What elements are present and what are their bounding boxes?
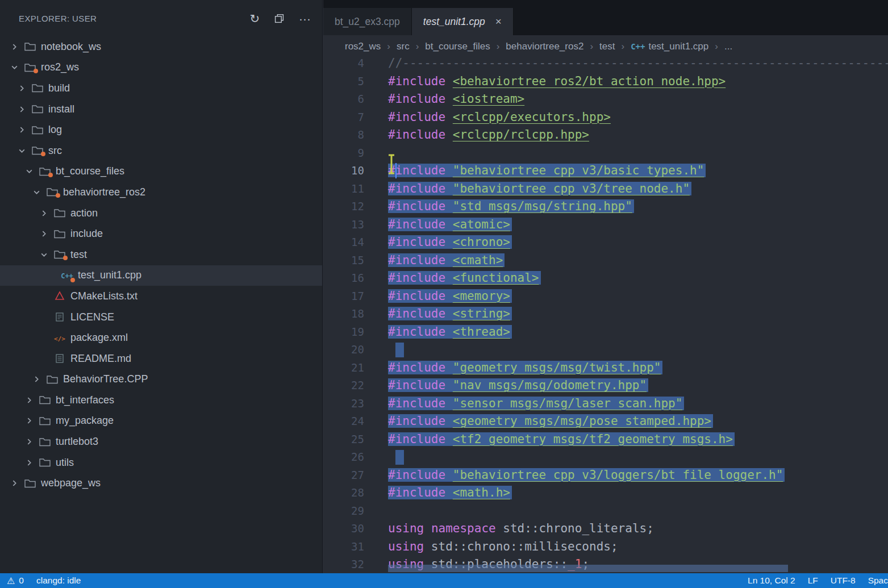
folder-icon bbox=[44, 375, 61, 384]
code-line-24[interactable]: 24#include <geometry_msgs/msg/pose_stamp… bbox=[323, 412, 888, 431]
chevron-right-icon[interactable] bbox=[36, 210, 51, 217]
tree-item-action[interactable]: action bbox=[0, 203, 322, 224]
chevron-right-icon[interactable] bbox=[22, 417, 36, 424]
code-line-27[interactable]: 27#include "behaviortree_cpp_v3/loggers/… bbox=[323, 466, 888, 485]
selection-highlight: #include <cmath> bbox=[388, 253, 505, 267]
breadcrumb-item-ros2_ws[interactable]: ros2_ws bbox=[345, 41, 381, 52]
collapse-folders-icon[interactable] bbox=[274, 14, 284, 23]
code-line-content: #include "std_msgs/msg/string.hpp" bbox=[388, 198, 634, 216]
code-line-12[interactable]: 12#include "std_msgs/msg/string.hpp" bbox=[323, 198, 888, 216]
tree-item-my_package[interactable]: my_package bbox=[0, 411, 322, 432]
cursor-position[interactable]: Ln 10, Col 2 bbox=[748, 576, 795, 586]
chevron-right-icon[interactable] bbox=[36, 230, 51, 237]
more-actions-icon[interactable]: ··· bbox=[299, 12, 311, 24]
chevron-right-icon[interactable] bbox=[7, 479, 22, 487]
code-line-17[interactable]: 17#include <memory> bbox=[323, 287, 888, 306]
language-server-status[interactable]: clangd: idle bbox=[36, 576, 81, 586]
code-line-6[interactable]: 6#include <iostream> bbox=[323, 90, 888, 109]
token: #include bbox=[388, 110, 453, 124]
code-line-content: using namespace std::chrono_literals; bbox=[388, 520, 654, 538]
svg-text:</>: </> bbox=[54, 335, 65, 342]
code-line-14[interactable]: 14#include <chrono> bbox=[323, 233, 888, 252]
tree-item-behaviortree_ros2[interactable]: behaviortree_ros2 bbox=[0, 182, 322, 203]
breadcrumb-overflow[interactable]: ... bbox=[724, 41, 732, 52]
problems-indicator[interactable]: ⚠ 0 bbox=[7, 576, 24, 586]
line-number: 23 bbox=[323, 395, 364, 413]
tree-item-log[interactable]: log bbox=[0, 119, 322, 140]
chevron-right-icon[interactable] bbox=[29, 376, 44, 383]
tree-item-ros2_ws[interactable]: ros2_ws bbox=[0, 57, 322, 78]
tree-item-test_unit1.cpp[interactable]: C++test_unit1.cpp bbox=[0, 265, 322, 286]
code-line-8[interactable]: 8#include <rclcpp/rclcpp.hpp> bbox=[323, 126, 888, 144]
code-line-7[interactable]: 7#include <rclcpp/executors.hpp> bbox=[323, 109, 888, 127]
eol-indicator[interactable]: LF bbox=[808, 576, 818, 586]
code-line-9[interactable]: 9 bbox=[323, 144, 888, 162]
code-line-15[interactable]: 15#include <cmath> bbox=[323, 252, 888, 270]
code-line-content bbox=[388, 448, 404, 466]
code-line-5[interactable]: 5#include <behaviortree_ros2/bt_action_n… bbox=[323, 73, 888, 91]
tree-item-notebook_ws[interactable]: notebook_ws bbox=[0, 36, 322, 57]
breadcrumb-item-src[interactable]: src bbox=[397, 41, 410, 52]
tab-test_unit1.cpp[interactable]: test_unit1.cpp× bbox=[412, 8, 514, 35]
tree-item-README.md[interactable]: README.md bbox=[0, 348, 322, 369]
chevron-right-icon[interactable] bbox=[14, 106, 29, 113]
breadcrumb-item-test[interactable]: test bbox=[599, 41, 615, 52]
chevron-right-icon[interactable] bbox=[14, 85, 29, 92]
tree-item-webpage_ws[interactable]: webpage_ws bbox=[0, 473, 322, 494]
tree-item-utils[interactable]: utils bbox=[0, 452, 322, 473]
code-line-21[interactable]: 21#include "geometry_msgs/msg/twist.hpp" bbox=[323, 359, 888, 377]
tab-bt_u2_ex3.cpp[interactable]: bt_u2_ex3.cpp bbox=[323, 8, 412, 35]
breadcrumb-item-bt_course_files[interactable]: bt_course_files bbox=[425, 41, 490, 52]
refresh-icon[interactable]: ↻ bbox=[249, 12, 260, 24]
tree-item-install[interactable]: install bbox=[0, 99, 322, 120]
code-line-26[interactable]: 26 bbox=[323, 448, 888, 466]
tree-item-CMakeLists.txt[interactable]: CMakeLists.txt bbox=[0, 286, 322, 307]
code-line-20[interactable]: 20 bbox=[323, 341, 888, 359]
code-line-22[interactable]: 22#include "nav_msgs/msg/odometry.hpp" bbox=[323, 377, 888, 395]
tree-item-build[interactable]: build bbox=[0, 78, 322, 99]
token: <rclcpp/rclcpp.hpp> bbox=[453, 128, 589, 141]
chevron-down-icon[interactable] bbox=[36, 251, 51, 258]
code-line-28[interactable]: 28#include <math.h> bbox=[323, 484, 888, 502]
breadcrumb-item-label: test bbox=[599, 41, 615, 52]
tree-item-bt_interfaces[interactable]: bt_interfaces bbox=[0, 390, 322, 411]
token: using bbox=[388, 540, 424, 553]
chevron-right-icon[interactable] bbox=[22, 397, 36, 404]
chevron-right-icon[interactable] bbox=[7, 43, 22, 51]
token: "geometry_msgs/msg/twist.hpp" bbox=[453, 361, 661, 374]
chevron-down-icon[interactable] bbox=[7, 64, 22, 71]
tree-item-src[interactable]: src bbox=[0, 140, 322, 161]
tree-item-LICENSE[interactable]: LICENSE bbox=[0, 307, 322, 328]
code-line-16[interactable]: 16#include <functional> bbox=[323, 269, 888, 287]
code-line-10[interactable]: 10#include "behaviortree_cpp_v3/basic_ty… bbox=[323, 162, 888, 180]
code-line-23[interactable]: 23#include "sensor_msgs/msg/laser_scan.h… bbox=[323, 395, 888, 413]
code-line-25[interactable]: 25#include <tf2_geometry_msgs/tf2_geomet… bbox=[323, 431, 888, 449]
code-line-31[interactable]: 31using std::chrono::milliseconds; bbox=[323, 538, 888, 556]
indentation-indicator[interactable]: Spac bbox=[868, 576, 888, 586]
tree-item-test[interactable]: test bbox=[0, 244, 322, 265]
horizontal-scrollbar[interactable] bbox=[388, 565, 788, 572]
close-icon[interactable]: × bbox=[495, 15, 502, 28]
code-line-11[interactable]: 11#include "behaviortree_cpp_v3/tree_nod… bbox=[323, 180, 888, 198]
code-line-18[interactable]: 18#include <string> bbox=[323, 305, 888, 323]
chevron-right-icon[interactable] bbox=[22, 438, 36, 445]
breadcrumb-item-behaviortree_ros2[interactable]: behaviortree_ros2 bbox=[506, 41, 583, 52]
chevron-down-icon[interactable] bbox=[29, 189, 44, 196]
chevron-right-icon[interactable] bbox=[14, 126, 29, 134]
breadcrumb-item-test_unit1.cpp[interactable]: C++test_unit1.cpp bbox=[631, 41, 708, 52]
tree-item-package.xml[interactable]: </>package.xml bbox=[0, 327, 322, 348]
tree-item-turtlebot3[interactable]: turtlebot3 bbox=[0, 431, 322, 452]
encoding-indicator[interactable]: UTF-8 bbox=[831, 576, 856, 586]
chevron-down-icon[interactable] bbox=[22, 168, 36, 175]
tree-item-bt_course_files[interactable]: bt_course_files bbox=[0, 161, 322, 182]
code-line-30[interactable]: 30using namespace std::chrono_literals; bbox=[323, 520, 888, 538]
code-line-4[interactable]: 4//-------------------------------------… bbox=[323, 55, 888, 73]
code-editor[interactable]: 4//-------------------------------------… bbox=[323, 55, 888, 573]
code-line-19[interactable]: 19#include <thread> bbox=[323, 323, 888, 341]
chevron-down-icon[interactable] bbox=[14, 147, 29, 155]
code-line-29[interactable]: 29 bbox=[323, 502, 888, 520]
code-line-13[interactable]: 13#include <atomic> bbox=[323, 216, 888, 234]
chevron-right-icon[interactable] bbox=[22, 459, 36, 466]
tree-item-BehaviorTree.CPP[interactable]: BehaviorTree.CPP bbox=[0, 369, 322, 390]
tree-item-include[interactable]: include bbox=[0, 223, 322, 244]
